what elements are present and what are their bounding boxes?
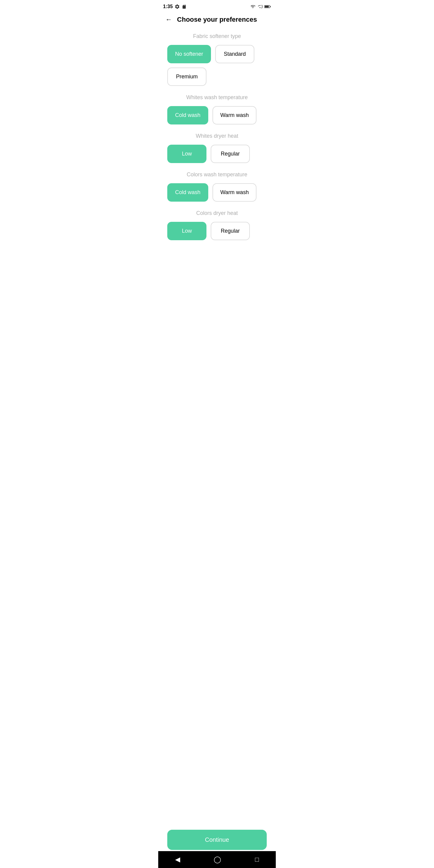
- btn-premium[interactable]: Premium: [167, 67, 207, 86]
- status-icons: [250, 4, 271, 9]
- content: Fabric softener type No softener Standar…: [158, 28, 276, 285]
- fabric-softener-type-label: Fabric softener type: [167, 33, 267, 39]
- section-whites-dryer-heat: Whites dryer heat Low Regular: [167, 133, 267, 163]
- btn-warm-wash-colors[interactable]: Warm wash: [213, 183, 256, 202]
- svg-rect-2: [265, 6, 269, 7]
- nav-home-icon[interactable]: ◯: [214, 856, 221, 864]
- page-title: Choose your preferences: [177, 16, 257, 24]
- colors-dryer-heat-label: Colors dryer heat: [167, 210, 267, 216]
- battery-icon: [264, 4, 271, 9]
- btn-cold-wash-colors[interactable]: Cold wash: [167, 183, 208, 202]
- back-button[interactable]: ←: [164, 14, 173, 25]
- wifi-icon: [250, 4, 256, 9]
- btn-low-whites[interactable]: Low: [167, 145, 207, 163]
- btn-standard[interactable]: Standard: [215, 45, 254, 63]
- colors-dryer-heat-buttons: Low Regular: [167, 222, 267, 240]
- btn-no-softener[interactable]: No softener: [167, 45, 211, 63]
- header: ← Choose your preferences: [158, 12, 276, 28]
- status-bar: 1:35: [158, 0, 276, 12]
- settings-icon: [175, 4, 180, 9]
- section-whites-wash-temperature: Whites wash temperature Cold wash Warm w…: [167, 94, 267, 124]
- colors-wash-temperature-buttons: Cold wash Warm wash: [167, 183, 267, 202]
- nav-bar: ◀ ◯ □: [158, 851, 276, 868]
- status-time: 1:35: [163, 4, 173, 9]
- whites-dryer-heat-label: Whites dryer heat: [167, 133, 267, 139]
- svg-rect-1: [270, 6, 271, 7]
- signal-icon: [258, 4, 262, 9]
- sdcard-icon: [182, 4, 187, 9]
- continue-button[interactable]: Continue: [167, 830, 267, 850]
- btn-cold-wash-whites[interactable]: Cold wash: [167, 106, 208, 124]
- whites-wash-temperature-label: Whites wash temperature: [167, 94, 267, 101]
- footer: Continue: [167, 830, 267, 850]
- nav-recents-icon[interactable]: □: [255, 856, 259, 864]
- section-colors-dryer-heat: Colors dryer heat Low Regular: [167, 210, 267, 240]
- section-fabric-softener-type: Fabric softener type No softener Standar…: [167, 33, 267, 86]
- section-colors-wash-temperature: Colors wash temperature Cold wash Warm w…: [167, 172, 267, 202]
- whites-wash-temperature-buttons: Cold wash Warm wash: [167, 106, 267, 124]
- nav-back-icon[interactable]: ◀: [175, 856, 180, 864]
- whites-dryer-heat-buttons: Low Regular: [167, 145, 267, 163]
- btn-regular-colors[interactable]: Regular: [211, 222, 250, 240]
- btn-low-colors[interactable]: Low: [167, 222, 207, 240]
- fabric-softener-type-buttons: No softener Standard Premium: [167, 45, 267, 86]
- colors-wash-temperature-label: Colors wash temperature: [167, 172, 267, 178]
- btn-warm-wash-whites[interactable]: Warm wash: [213, 106, 256, 124]
- btn-regular-whites[interactable]: Regular: [211, 145, 250, 163]
